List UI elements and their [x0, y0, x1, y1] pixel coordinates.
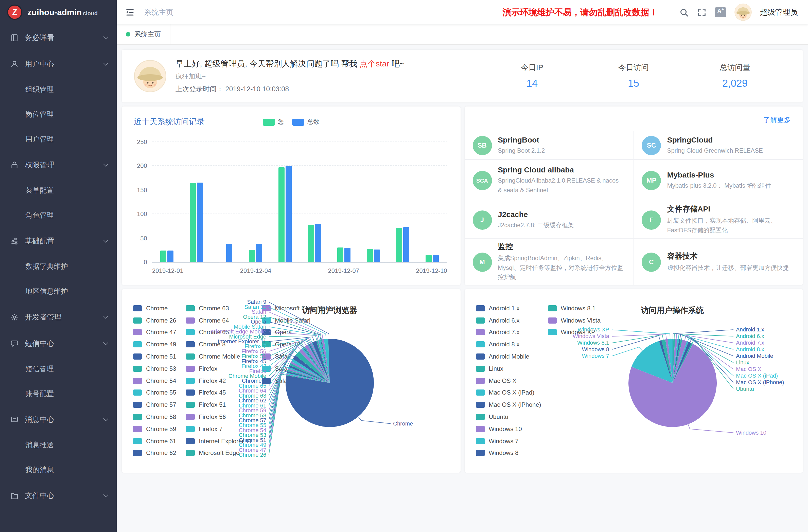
bar[interactable]: [197, 182, 203, 262]
menu-fold-icon[interactable]: [125, 7, 135, 17]
chevron-down-icon: [103, 162, 108, 167]
bar[interactable]: [256, 244, 262, 262]
x-axis-label: 2019-12-04: [240, 263, 271, 274]
bar[interactable]: [374, 250, 380, 262]
tech-card: C容器技术虚拟化容器技术，让迁移、部署更加方便快捷: [634, 239, 803, 285]
y-axis-label: 250: [137, 139, 147, 146]
tech-card-icon: SC: [642, 136, 661, 155]
sidebar-subitem[interactable]: 数据字典维护: [0, 254, 117, 279]
tech-card-desc: Mybatis-plus 3.2.0： Mybatis 增强组件: [667, 181, 771, 190]
legend-item[interactable]: 您: [263, 118, 284, 126]
bar[interactable]: [315, 224, 321, 262]
app-logo[interactable]: Z zuihou-admincloud: [0, 0, 117, 24]
bar[interactable]: [190, 183, 196, 262]
pie-label: Mac OS X (iPad): [736, 372, 777, 379]
os-pie-chart[interactable]: Android 1.xAndroid 6.xAndroid 7.xAndroid…: [464, 289, 799, 473]
user-avatar[interactable]: [734, 3, 752, 21]
y-axis-label: 150: [137, 187, 147, 194]
sidebar-item-label: 权限管理: [25, 160, 54, 170]
sidebar-subitem[interactable]: 角色管理: [0, 203, 117, 228]
pie-label: Chrome: [393, 420, 413, 427]
pie-label: Android 7.x: [736, 340, 764, 346]
stat-label: 今日IP: [481, 63, 583, 73]
tech-card-icon: SCA: [473, 171, 492, 190]
username[interactable]: 超级管理员: [760, 7, 798, 17]
x-axis-label: [359, 263, 387, 274]
sidebar-item-7[interactable]: 文件中心: [0, 482, 117, 509]
bar[interactable]: [404, 227, 409, 262]
pie-label: Android Mobile: [736, 353, 773, 359]
pie-label: Android 6.x: [736, 333, 764, 339]
pie-label: Android 8.x: [736, 346, 764, 352]
warning-text: 演示环境维护不易，请勿乱删乱改数据！: [503, 6, 658, 18]
bar[interactable]: [167, 251, 173, 262]
bar[interactable]: [337, 247, 343, 262]
stat: 总访问量2,029: [684, 63, 786, 89]
bar[interactable]: [226, 244, 233, 262]
fullscreen-icon[interactable]: [697, 7, 706, 17]
legend-item[interactable]: 总数: [292, 118, 319, 126]
tech-card-desc: SpringCloudAlibaba2.1.0.RELEASE & nacos …: [498, 176, 624, 195]
os-chart-panel: 访问用户操作系统 Android 1.xAndroid 6.xAndroid 7…: [464, 289, 803, 473]
sidebar-item-label: 用户中心: [25, 59, 54, 69]
tab-home[interactable]: 系统主页: [117, 24, 170, 44]
tech-card: SCASpring Cloud alibabaSpringCloudAlibab…: [464, 160, 634, 201]
bar[interactable]: [285, 166, 291, 262]
breadcrumb[interactable]: 系统主页: [144, 7, 173, 17]
bar[interactable]: [397, 228, 403, 262]
sidebar-subitem[interactable]: 用户管理: [0, 127, 117, 152]
chevron-down-icon: [103, 340, 108, 345]
sidebar-item-4[interactable]: 开发者管理: [0, 304, 117, 330]
x-axis-label: [212, 263, 240, 274]
visit-bar-chart[interactable]: 0501001502002502019-12-012019-12-042019-…: [152, 142, 447, 263]
sidebar-subitem[interactable]: 账号配置: [0, 381, 117, 406]
app-root: Z zuihou-admincloud 务必详看用户中心组织管理岗位管理用户管理…: [0, 0, 808, 532]
stats: 今日IP14今日访问15总访问量2,029: [481, 63, 786, 89]
sidebar-subitem[interactable]: 消息推送: [0, 433, 117, 457]
bar[interactable]: [278, 168, 284, 262]
bar[interactable]: [344, 248, 350, 262]
greeting-card: 早上好, 超级管理员, 今天帮别人解决问题了吗 帮我 点个star 吧~ 疯狂加…: [122, 50, 803, 103]
tech-card-desc: 虚拟化容器技术，让迁移、部署更加方便快捷: [667, 263, 789, 272]
sidebar-subitem[interactable]: 地区信息维护: [0, 279, 117, 304]
visit-chart-panel: 近十天系统访问记录 您总数 0501001502002502019-12-012…: [122, 107, 460, 285]
sidebar-item-5[interactable]: 短信中心: [0, 330, 117, 356]
tech-card: F文件存储API封装文件接口，实现本地存储、阿里云、FastDFS存储的配置化: [634, 201, 803, 239]
bar-group: [211, 142, 241, 262]
sidebar-subitem[interactable]: 岗位管理: [0, 102, 117, 127]
pie-label: Mac OS X: [736, 366, 761, 372]
sidebar-nav: 务必详看用户中心组织管理岗位管理用户管理权限管理菜单配置角色管理基础配置数据字典…: [0, 24, 117, 509]
chevron-down-icon: [103, 61, 108, 66]
more-link[interactable]: 了解更多: [764, 116, 791, 125]
sidebar-item-0[interactable]: 务必详看: [0, 24, 117, 51]
bar[interactable]: [367, 249, 373, 262]
stat: 今日IP14: [481, 63, 583, 89]
sidebar-subitem[interactable]: 组织管理: [0, 77, 117, 102]
font-size-icon[interactable]: A+: [715, 7, 726, 17]
sidebar-item-6[interactable]: 消息中心: [0, 406, 117, 433]
sidebar-item-3[interactable]: 基础配置: [0, 228, 117, 254]
bar[interactable]: [308, 225, 314, 262]
sidebar-subitem[interactable]: 菜单配置: [0, 178, 117, 203]
y-axis-label: 200: [137, 163, 147, 170]
bar[interactable]: [160, 251, 166, 262]
search-icon[interactable]: [679, 7, 689, 17]
browser-pie-chart[interactable]: ChromeSafari 9Safari 11SafariOpera 12Ope…: [122, 289, 457, 473]
bar[interactable]: [249, 250, 255, 262]
tech-card: JJ2cacheJ2cache2.7.8: 二级缓存框架: [464, 201, 634, 239]
bar[interactable]: [219, 262, 225, 262]
star-link[interactable]: 点个star: [360, 59, 389, 68]
sidebar-subitem[interactable]: 我的消息: [0, 457, 117, 482]
bar[interactable]: [433, 255, 439, 262]
chevron-down-icon: [103, 34, 108, 39]
logo-icon: Z: [7, 4, 22, 20]
sidebar-item-1[interactable]: 用户中心: [0, 51, 117, 77]
bar[interactable]: [426, 255, 432, 262]
sidebar-item-2[interactable]: 权限管理: [0, 152, 117, 178]
content: 早上好, 超级管理员, 今天帮别人解决问题了吗 帮我 点个star 吧~ 疯狂加…: [117, 44, 808, 532]
sidebar-subitem[interactable]: 短信管理: [0, 356, 117, 381]
greeting-line: 早上好, 超级管理员, 今天帮别人解决问题了吗 帮我 点个star 吧~: [176, 59, 481, 69]
bar-group: [388, 142, 418, 262]
header-actions: 演示环境维护不易，请勿乱删乱改数据！ A+: [503, 3, 798, 21]
pie-label: Android 1.x: [736, 326, 764, 333]
